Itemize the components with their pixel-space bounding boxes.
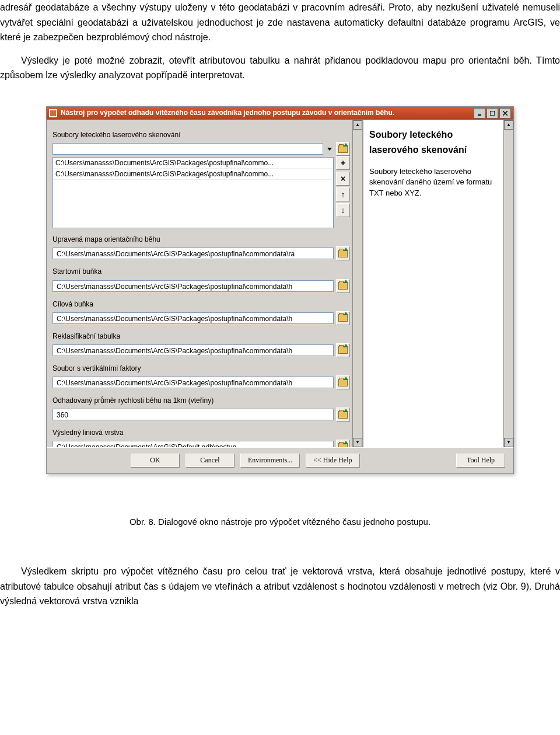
browse-speed-button[interactable] — [336, 407, 350, 422]
tool-help-button[interactable]: Tool Help — [456, 454, 505, 468]
body-paragraph-2: Výsledky je poté možné zobrazit, otevřít… — [0, 53, 560, 83]
cil-input[interactable] — [52, 312, 334, 324]
maximize-button[interactable] — [487, 108, 498, 119]
parameters-pane: Soubory leteckého laserového skenování C… — [47, 120, 363, 447]
window-title: Nástroj pro výpočet odhadu vítězného čas… — [61, 107, 394, 119]
folder-icon — [338, 411, 348, 419]
environments-button[interactable]: Environments... — [240, 454, 300, 468]
help-heading: Soubory leteckého laserového skenování — [369, 127, 498, 157]
vert-input[interactable] — [52, 377, 334, 388]
list-item[interactable]: C:\Users\manasss\Documents\ArcGIS\Packag… — [53, 169, 333, 180]
cancel-button[interactable]: Cancel — [186, 454, 235, 468]
start-input[interactable] — [52, 280, 334, 292]
scroll-up-icon[interactable]: ▲ — [353, 120, 362, 130]
browse-out-button[interactable] — [336, 440, 350, 447]
map-input[interactable] — [52, 248, 334, 259]
scroll-up-icon[interactable]: ▲ — [504, 120, 513, 130]
list-item[interactable]: C:\Users\manasss\Documents\ArcGIS\Packag… — [53, 158, 333, 169]
body-paragraph-1: adresář geodatabáze a všechny výstupy ul… — [0, 0, 560, 45]
folder-icon — [338, 379, 348, 386]
figure-caption: Obr. 8. Dialogové okno nástroje pro výpo… — [0, 515, 560, 529]
out-input[interactable] — [52, 441, 334, 447]
folder-icon — [338, 282, 348, 290]
label-start: Startovní buňka — [52, 266, 350, 277]
move-up-button[interactable]: ↑ — [336, 187, 350, 201]
svg-rect-0 — [478, 114, 481, 116]
help-pane: Soubory leteckého laserového skenování S… — [363, 120, 503, 447]
folder-icon — [338, 443, 348, 447]
right-scrollbar[interactable]: ▲ ▼ — [503, 120, 513, 447]
browse-start-button[interactable] — [336, 279, 350, 293]
label-reklas: Reklasifikační tabulka — [52, 331, 350, 342]
hide-help-button[interactable]: << Hide Help — [306, 454, 359, 468]
reklas-input[interactable] — [52, 344, 334, 356]
folder-icon — [338, 346, 348, 354]
close-button[interactable] — [499, 108, 511, 119]
body-paragraph-3: Výsledkem skriptu pro výpočet vítězného … — [0, 564, 560, 609]
browse-map-button[interactable] — [336, 246, 350, 260]
browse-lidar-button[interactable] — [336, 142, 350, 156]
button-bar: OK Cancel Environments... << Hide Help T… — [47, 447, 513, 473]
label-vert: Soubor s vertikálními faktory — [52, 363, 350, 374]
label-cil: Cílová buňka — [52, 299, 350, 310]
folder-icon — [338, 314, 348, 322]
browse-reklas-button[interactable] — [336, 343, 350, 357]
remove-item-button[interactable]: × — [336, 172, 350, 186]
ok-button[interactable]: OK — [131, 454, 180, 468]
scroll-down-icon[interactable]: ▼ — [353, 438, 362, 447]
tool-dialog: Nástroj pro výpočet odhadu vítězného čas… — [46, 106, 514, 474]
left-scrollbar[interactable]: ▲ ▼ — [352, 120, 362, 447]
speed-input[interactable] — [52, 409, 334, 420]
lidar-listbox[interactable]: C:\Users\manasss\Documents\ArcGIS\Packag… — [52, 157, 334, 228]
scroll-down-icon[interactable]: ▼ — [504, 438, 513, 447]
move-down-button[interactable]: ↓ — [336, 203, 350, 217]
minimize-button[interactable] — [474, 108, 485, 119]
label-lidar: Soubory leteckého laserového skenování — [52, 130, 350, 141]
browse-cil-button[interactable] — [336, 311, 350, 325]
app-icon — [49, 109, 57, 117]
label-map: Upravená mapa orientačního běhu — [52, 234, 350, 245]
folder-icon — [338, 250, 348, 257]
title-bar[interactable]: Nástroj pro výpočet odhadu vítězného čas… — [47, 107, 513, 120]
dropdown-icon[interactable] — [327, 148, 332, 151]
add-item-button[interactable]: + — [336, 156, 350, 170]
lidar-input[interactable] — [52, 143, 323, 155]
svg-rect-1 — [490, 111, 495, 116]
help-body: Soubory leteckého laserového skenování d… — [369, 166, 498, 198]
label-speed: Odhadovaný průměr rychlosti běhu na 1km … — [52, 395, 350, 406]
folder-icon — [338, 145, 348, 153]
label-out: Výsledný liniová vrstva — [52, 427, 350, 438]
browse-vert-button[interactable] — [336, 375, 350, 389]
